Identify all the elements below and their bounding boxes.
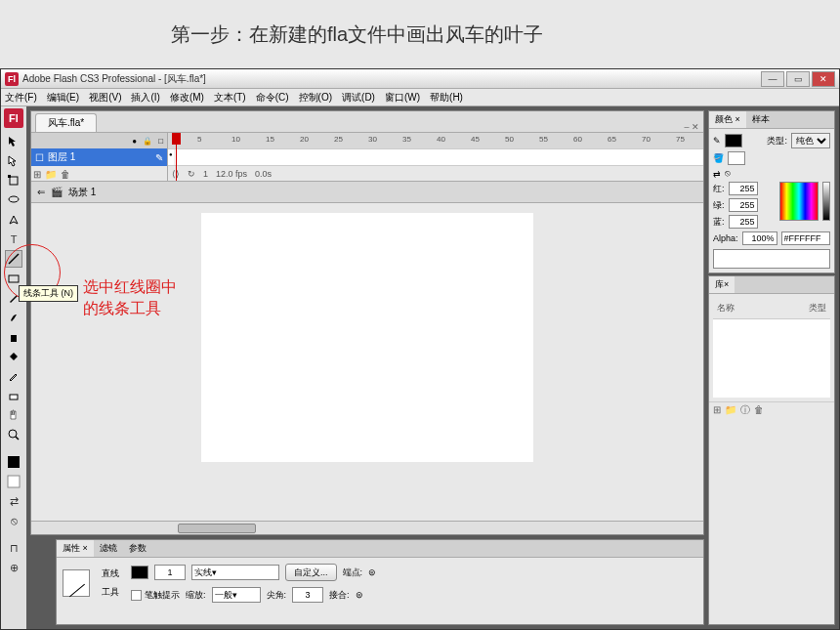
- tab-library[interactable]: 库×: [709, 276, 735, 293]
- tab-swatches[interactable]: 样本: [746, 111, 776, 128]
- menu-edit[interactable]: 编辑(E): [47, 91, 79, 105]
- stroke-swatch-icon[interactable]: [131, 566, 148, 579]
- stroke-weight-input[interactable]: [154, 565, 186, 580]
- tab-filters[interactable]: 滤镜: [94, 540, 123, 557]
- fill-color-swatch[interactable]: [5, 473, 22, 490]
- gradient-preview[interactable]: [713, 249, 830, 269]
- library-list[interactable]: [713, 319, 830, 398]
- cap-icon[interactable]: ⊜: [368, 567, 376, 577]
- menu-window[interactable]: 窗口(W): [385, 91, 420, 105]
- playhead[interactable]: [176, 133, 177, 181]
- scroll-thumb[interactable]: [178, 524, 256, 533]
- line-tool[interactable]: [5, 250, 22, 268]
- r-label: 红:: [713, 183, 725, 195]
- new-folder-icon[interactable]: 📁: [725, 404, 736, 415]
- frame-ruler[interactable]: 5101520253035404550556065707580859095100…: [168, 133, 703, 148]
- menu-control[interactable]: 控制(O): [299, 91, 332, 105]
- menu-view[interactable]: 视图(V): [89, 91, 121, 105]
- keyframe[interactable]: [168, 149, 175, 165]
- brightness-bar[interactable]: [822, 182, 830, 221]
- frame-strip[interactable]: [168, 148, 703, 166]
- menu-commands[interactable]: 命令(C): [256, 91, 289, 105]
- menu-debug[interactable]: 调试(D): [342, 91, 375, 105]
- maximize-button[interactable]: ▭: [786, 71, 810, 87]
- add-layer-icon[interactable]: ⊞: [33, 169, 41, 180]
- fill-type-dropdown[interactable]: 纯色: [791, 133, 830, 148]
- timeline-status: ⟨⟩ ↻ 1 12.0 fps 0.0s: [168, 166, 703, 181]
- brush-tool[interactable]: [5, 309, 22, 326]
- delete-layer-icon[interactable]: 🗑: [61, 169, 70, 180]
- stroke-color-box[interactable]: [725, 134, 742, 147]
- loop-icon[interactable]: ↻: [188, 169, 195, 179]
- smooth-option-icon[interactable]: ⊕: [5, 559, 22, 576]
- no-color-icon[interactable]: ⦸: [5, 512, 22, 529]
- ink-bottle-tool[interactable]: [5, 328, 22, 346]
- tab-properties[interactable]: 属性 ×: [57, 540, 94, 557]
- zoom-tool[interactable]: [5, 426, 22, 443]
- lasso-tool[interactable]: [5, 191, 22, 209]
- ruler-mark: 40: [437, 135, 445, 144]
- fill-color-box[interactable]: [728, 151, 745, 165]
- stroke-hint-checkbox[interactable]: [131, 590, 142, 601]
- hex-input[interactable]: [781, 231, 830, 245]
- lib-col-type[interactable]: 类型: [809, 302, 826, 315]
- scene-name[interactable]: 场景 1: [68, 186, 96, 199]
- subselection-tool[interactable]: [5, 152, 22, 170]
- menu-file[interactable]: 文件(F): [5, 91, 37, 105]
- menu-text[interactable]: 文本(T): [214, 91, 246, 105]
- stroke-color-swatch[interactable]: [5, 453, 22, 471]
- ruler-mark: 55: [539, 135, 548, 144]
- free-transform-tool[interactable]: [5, 172, 22, 189]
- close-button[interactable]: ✕: [812, 71, 835, 87]
- tab-parameters[interactable]: 参数: [123, 540, 152, 557]
- add-folder-icon[interactable]: 📁: [45, 169, 57, 180]
- bucket-fill-icon[interactable]: 🪣: [713, 153, 724, 163]
- lib-col-name[interactable]: 名称: [717, 302, 735, 315]
- scale-dropdown[interactable]: 一般 ▾: [212, 587, 261, 603]
- visibility-icon[interactable]: ●: [132, 137, 137, 146]
- layer-row[interactable]: ☐ 图层 1 ✎: [31, 148, 167, 166]
- text-tool[interactable]: T: [5, 231, 22, 248]
- blue-input[interactable]: [729, 215, 758, 229]
- swap-colors-icon[interactable]: ⇄: [5, 492, 22, 510]
- selection-tool[interactable]: [5, 133, 22, 150]
- hand-tool[interactable]: [5, 406, 22, 424]
- miter-input[interactable]: [292, 587, 323, 603]
- new-symbol-icon[interactable]: ⊞: [713, 404, 721, 415]
- red-input[interactable]: [729, 182, 758, 195]
- properties-icon[interactable]: ⓘ: [740, 403, 750, 417]
- join-icon[interactable]: ⊜: [356, 590, 363, 600]
- pen-tool[interactable]: [5, 211, 22, 229]
- color-spectrum[interactable]: [779, 182, 819, 221]
- doc-tab-controls[interactable]: – ✕: [684, 122, 699, 132]
- horizontal-scrollbar[interactable]: [31, 521, 703, 534]
- tab-color[interactable]: 颜色 ×: [709, 111, 746, 128]
- delete-icon[interactable]: 🗑: [754, 404, 764, 415]
- nocolor-icon[interactable]: ⦸: [725, 168, 731, 179]
- doc-tab[interactable]: 风车.fla*: [35, 113, 97, 132]
- eraser-tool[interactable]: [5, 387, 22, 404]
- scale-label: 缩放:: [186, 589, 206, 602]
- pencil-stroke-icon[interactable]: ✎: [713, 136, 721, 146]
- lock-icon[interactable]: 🔒: [143, 137, 152, 146]
- menu-insert[interactable]: 插入(I): [131, 91, 159, 105]
- stage-area[interactable]: [31, 203, 703, 521]
- paint-bucket-tool[interactable]: [5, 348, 22, 365]
- svg-rect-10: [8, 476, 20, 487]
- minimize-button[interactable]: —: [761, 71, 784, 87]
- outline-icon[interactable]: □: [158, 137, 163, 146]
- status-time: 0.0s: [255, 169, 272, 179]
- stroke-style-dropdown[interactable]: 实线 ▾: [191, 565, 279, 580]
- snap-option-icon[interactable]: ⊓: [5, 539, 22, 557]
- back-icon[interactable]: ⇐: [37, 187, 45, 197]
- eyedropper-tool[interactable]: [5, 367, 22, 385]
- properties-panel: 属性 × 滤镜 参数 直线 工具 实线 ▾ 自: [56, 539, 704, 625]
- menu-modify[interactable]: 修改(M): [170, 91, 204, 105]
- timeline-frames[interactable]: 5101520253035404550556065707580859095100…: [168, 133, 703, 181]
- green-input[interactable]: [729, 198, 758, 212]
- custom-button[interactable]: 自定义...: [285, 564, 337, 581]
- menu-help[interactable]: 帮助(H): [430, 91, 463, 105]
- alpha-input[interactable]: [742, 231, 777, 245]
- swap-icon[interactable]: ⇄: [713, 169, 721, 179]
- stage-canvas[interactable]: [201, 213, 533, 462]
